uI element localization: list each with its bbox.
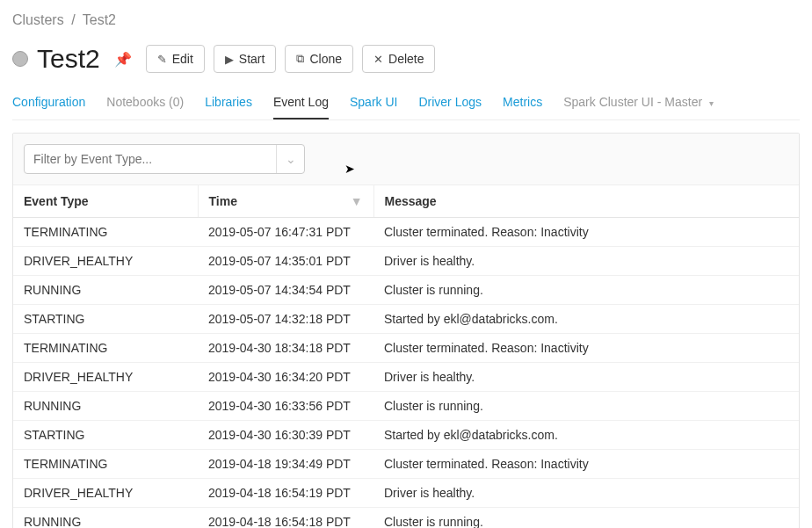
breadcrumb-current: Test2 [83,12,116,27]
clone-button-label: Clone [309,52,342,66]
breadcrumb: Clusters / Test2 [12,12,800,28]
tab-event-log[interactable]: Event Log [273,90,329,119]
table-row[interactable]: STARTING2019-04-30 16:30:39 PDTStarted b… [13,421,799,450]
table-row[interactable]: RUNNING2019-04-18 16:54:18 PDTCluster is… [13,508,799,529]
tab-notebooks[interactable]: Notebooks (0) [106,90,184,119]
tab-driver-logs[interactable]: Driver Logs [418,90,482,119]
cell-message: Driver is healthy. [373,479,799,508]
caret-down-icon: ▾ [709,98,714,108]
tab-configuration[interactable]: Configuration [12,90,85,119]
table-row[interactable]: RUNNING2019-05-07 14:34:54 PDTCluster is… [13,276,799,305]
cluster-status-dot-icon [12,51,28,67]
table-row[interactable]: RUNNING2019-04-30 16:33:56 PDTCluster is… [13,392,799,421]
tab-metrics[interactable]: Metrics [503,90,542,119]
cell-event-type: TERMINATING [13,334,198,363]
event-type-filter-dropdown[interactable]: ⌄ [276,145,304,173]
column-header-message[interactable]: Message [373,185,799,218]
start-button[interactable]: ▶ Start [214,45,277,73]
play-icon: ▶ [225,53,234,66]
cell-time: 2019-05-07 16:47:31 PDT [198,218,373,247]
tab-spark-cluster-ui-label: Spark Cluster UI - Master [563,95,702,109]
cell-event-type: TERMINATING [13,450,198,479]
cell-message: Driver is healthy. [373,247,799,276]
cell-time: 2019-04-18 16:54:19 PDT [198,479,373,508]
cell-message: Started by ekl@databricks.com. [373,421,799,450]
cell-time: 2019-05-07 14:32:18 PDT [198,305,373,334]
cell-message: Driver is healthy. [373,363,799,392]
table-row[interactable]: DRIVER_HEALTHY2019-04-30 16:34:20 PDTDri… [13,363,799,392]
cell-event-type: DRIVER_HEALTHY [13,363,198,392]
cell-time: 2019-04-30 16:30:39 PDT [198,421,373,450]
cell-event-type: STARTING [13,305,198,334]
cell-time: 2019-04-30 16:34:20 PDT [198,363,373,392]
cell-message: Cluster terminated. Reason: Inactivity [373,218,799,247]
pencil-icon: ✎ [157,53,167,66]
event-type-filter[interactable]: ⌄ [24,144,305,174]
cell-message: Cluster terminated. Reason: Inactivity [373,450,799,479]
cell-event-type: DRIVER_HEALTHY [13,479,198,508]
cell-time: 2019-05-07 14:35:01 PDT [198,247,373,276]
column-header-time[interactable]: Time ▼ [198,185,373,218]
close-icon: ✕ [373,53,383,66]
cell-event-type: DRIVER_HEALTHY [13,247,198,276]
column-header-time-label: Time [209,194,237,208]
table-row[interactable]: DRIVER_HEALTHY2019-04-18 16:54:19 PDTDri… [13,479,799,508]
start-button-label: Start [239,52,265,66]
table-row[interactable]: STARTING2019-05-07 14:32:18 PDTStarted b… [13,305,799,334]
event-log-table: Event Type Time ▼ Message TERMINATING201… [13,185,799,528]
column-header-event-type[interactable]: Event Type [13,185,198,218]
cell-message: Started by ekl@databricks.com. [373,305,799,334]
table-row[interactable]: TERMINATING2019-04-18 19:34:49 PDTCluste… [13,450,799,479]
chevron-down-icon: ⌄ [286,152,296,166]
delete-button[interactable]: ✕ Delete [362,45,435,73]
edit-button-label: Edit [172,52,193,66]
cell-event-type: RUNNING [13,392,198,421]
breadcrumb-parent[interactable]: Clusters [12,12,64,27]
tab-libraries[interactable]: Libraries [205,90,252,119]
cell-time: 2019-05-07 14:34:54 PDT [198,276,373,305]
table-row[interactable]: DRIVER_HEALTHY2019-05-07 14:35:01 PDTDri… [13,247,799,276]
delete-button-label: Delete [388,52,424,66]
sort-desc-icon: ▼ [351,194,363,208]
cell-event-type: RUNNING [13,276,198,305]
cell-message: Cluster is running. [373,392,799,421]
cell-event-type: TERMINATING [13,218,198,247]
cell-event-type: RUNNING [13,508,198,529]
cell-time: 2019-04-30 16:33:56 PDT [198,392,373,421]
copy-icon: ⧉ [296,52,304,66]
tabs: Configuration Notebooks (0) Libraries Ev… [12,90,800,120]
cell-event-type: STARTING [13,421,198,450]
cell-time: 2019-04-30 18:34:18 PDT [198,334,373,363]
cell-time: 2019-04-18 19:34:49 PDT [198,450,373,479]
tab-spark-ui[interactable]: Spark UI [350,90,397,119]
table-row[interactable]: TERMINATING2019-04-30 18:34:18 PDTCluste… [13,334,799,363]
cell-message: Cluster is running. [373,276,799,305]
cell-time: 2019-04-18 16:54:18 PDT [198,508,373,529]
page-title: Test2 [37,44,100,74]
clone-button[interactable]: ⧉ Clone [285,45,353,73]
cell-message: Cluster is running. [373,508,799,529]
table-row[interactable]: TERMINATING2019-05-07 16:47:31 PDTCluste… [13,218,799,247]
cell-message: Cluster terminated. Reason: Inactivity [373,334,799,363]
event-type-filter-input[interactable] [25,152,276,166]
pin-icon[interactable]: 📌 [114,51,132,68]
edit-button[interactable]: ✎ Edit [146,45,205,73]
breadcrumb-separator: / [71,12,75,27]
tab-spark-cluster-ui[interactable]: Spark Cluster UI - Master ▾ [563,90,714,119]
